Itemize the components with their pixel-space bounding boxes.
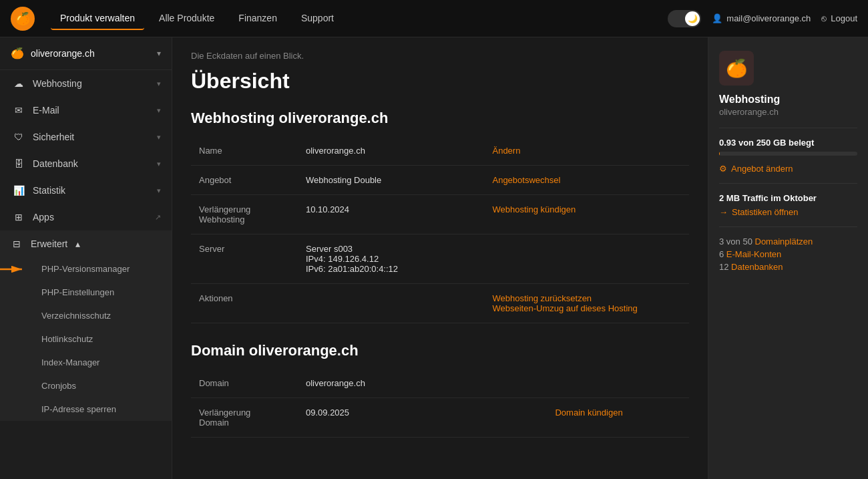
nav-links: Produkt verwalten Alle Produkte Finanzen… <box>51 7 652 30</box>
row-label: Angebot <box>191 166 298 195</box>
sidebar-subitem-index-manager[interactable]: Index-Manager <box>31 351 172 374</box>
sidebar-subitem-ip-adresse-sperren[interactable]: IP-Adresse sperren <box>31 397 172 421</box>
nav-support[interactable]: Support <box>292 7 343 30</box>
sidebar-item-erweitert[interactable]: ⊟ Erweitert ▴ <box>0 230 172 257</box>
sidebar-domain-label: oliverorange.ch <box>31 48 95 59</box>
panel-traffic-stat: 2 MB Traffic im Oktober <box>719 193 857 203</box>
arrow-right-icon: → <box>719 207 728 217</box>
sidebar-item-webhosting[interactable]: ☁ Webhosting ▾ <box>0 70 172 97</box>
panel-divider-1 <box>719 128 857 128</box>
php-versionsmanager-row: PHP-Versionsmanager <box>31 257 172 281</box>
erweitert-submenu: PHP-Versionsmanager PHP-Einstellungen Ve… <box>0 257 172 421</box>
storage-progress-fill <box>719 152 720 156</box>
row-action <box>547 369 689 398</box>
database-icon: 🗄 <box>13 158 25 169</box>
nav-alle-produkte[interactable]: Alle Produkte <box>150 7 224 30</box>
sidebar-subitem-verzeichnisschutz[interactable]: Verzeichnisschutz <box>31 304 172 327</box>
domain-section-title: Domain oliverorange.ch <box>191 342 689 359</box>
storage-progress-bar <box>719 152 857 156</box>
sidebar-logo-icon: 🍊 <box>11 47 24 60</box>
table-row: Angebot Webhosting Double Angebotswechse… <box>191 166 689 195</box>
sidebar-statistik-label: Statistik <box>33 185 149 196</box>
table-row: VerlängerungWebhosting 10.10.2024 Webhos… <box>191 195 689 234</box>
panel-statistiken-action[interactable]: → Statistiken öffnen <box>719 207 857 217</box>
row-value: 10.10.2024 <box>298 195 484 234</box>
chevron-down-icon: ▾ <box>157 79 161 88</box>
external-link-icon: ↗ <box>155 213 161 222</box>
panel-db-count: 12 Datenbanken <box>719 262 857 272</box>
sidebar-erweitert-label: Erweitert <box>31 238 67 249</box>
row-action[interactable]: Webhosting kündigen <box>484 195 689 234</box>
top-navigation: 🍊 Produkt verwalten Alle Produkte Finanz… <box>0 0 868 37</box>
panel-change-offer-action[interactable]: ⚙ Angebot ändern <box>719 164 857 174</box>
row-action[interactable]: Angebotswechsel <box>484 166 689 195</box>
user-email: 👤 mail@oliverorange.ch <box>712 13 811 23</box>
aendern-link[interactable]: Ändern <box>492 146 520 156</box>
domain-table: Domain oliverorange.ch VerlängerungDomai… <box>191 369 689 438</box>
table-row: Aktionen Webhosting zurücksetzen Webseit… <box>191 284 689 323</box>
row-action <box>484 234 689 284</box>
row-label: Domain <box>191 369 298 398</box>
umzug-link[interactable]: Webseiten-Umzug auf dieses Hosting <box>492 303 637 313</box>
sidebar-item-datenbank[interactable]: 🗄 Datenbank ▾ <box>0 150 172 177</box>
row-value: Webhosting Double <box>298 166 484 195</box>
sidebar-subitem-php-versionsmanager[interactable]: PHP-Versionsmanager <box>31 257 172 281</box>
row-action[interactable]: Ändern <box>484 136 689 166</box>
row-label: Aktionen <box>191 284 298 323</box>
row-value <box>298 284 484 323</box>
sidebar-sicherheit-label: Sicherheit <box>33 132 149 142</box>
zuruecksetzen-link[interactable]: Webhosting zurücksetzen <box>492 293 592 303</box>
logout-button[interactable]: ⎋ Logout <box>821 13 857 23</box>
row-action[interactable]: Webhosting zurücksetzen Webseiten-Umzug … <box>484 284 689 323</box>
chart-icon: 📊 <box>13 185 25 196</box>
panel-divider-2 <box>719 183 857 184</box>
email-icon: ✉ <box>13 105 25 116</box>
erweitert-icon: ⊟ <box>11 238 23 249</box>
panel-product-icon: 🍊 <box>719 51 754 86</box>
sidebar-domain-header[interactable]: 🍊 oliverorange.ch ▾ <box>0 37 172 70</box>
panel-domain-slots: 3 von 50 Domainplätzen <box>719 236 857 247</box>
sidebar-subitem-php-einstellungen[interactable]: PHP-Einstellungen <box>31 281 172 304</box>
kuendigen-link[interactable]: Webhosting kündigen <box>492 204 576 214</box>
sidebar-item-apps[interactable]: ⊞ Apps ↗ <box>0 204 172 230</box>
panel-divider-3 <box>719 226 857 227</box>
row-value: Server s003IPv4: 149.126.4.12IPv6: 2a01:… <box>298 234 484 284</box>
sidebar-item-statistik[interactable]: 📊 Statistik ▾ <box>0 177 172 204</box>
sidebar-item-email[interactable]: ✉ E-Mail ▾ <box>0 97 172 124</box>
sidebar-domain-chevron: ▾ <box>157 49 161 58</box>
panel-email-count: 6 E-Mail-Konten <box>719 249 857 259</box>
chevron-up-icon: ▴ <box>75 238 80 249</box>
main-content: Die Eckdaten auf einen Blick. Übersicht … <box>172 37 708 479</box>
domain-slots-number: 3 von 50 <box>719 236 755 247</box>
row-value: oliverorange.ch <box>298 369 547 398</box>
right-panel: 🍊 Webhosting oliverorange.ch 0.93 von 25… <box>708 37 868 479</box>
page-title: Übersicht <box>191 69 689 94</box>
email-konten-link[interactable]: E-Mail-Konten <box>726 249 781 259</box>
toggle-knob: 🌙 <box>685 11 700 26</box>
domainplaetze-link[interactable]: Domainplätzen <box>755 236 813 247</box>
table-row: Domain oliverorange.ch <box>191 369 689 398</box>
nav-produkt-verwalten[interactable]: Produkt verwalten <box>51 7 144 30</box>
sidebar-email-label: E-Mail <box>33 105 149 116</box>
logo-icon[interactable]: 🍊 <box>11 7 35 31</box>
nav-finanzen[interactable]: Finanzen <box>229 7 286 30</box>
row-value: oliverorange.ch <box>298 136 484 166</box>
dark-mode-toggle[interactable]: 🌙 <box>668 10 701 27</box>
logout-icon: ⎋ <box>821 13 827 23</box>
cloud-icon: ☁ <box>13 78 25 89</box>
user-icon: 👤 <box>712 13 722 23</box>
row-action[interactable]: Domain kündigen <box>547 398 689 438</box>
domain-kuendigen-link[interactable]: Domain kündigen <box>555 408 622 418</box>
datenbanken-link[interactable]: Datenbanken <box>731 262 783 272</box>
sidebar-subitem-hotlinkschutz[interactable]: Hotlinkschutz <box>31 327 172 351</box>
angebotswechsel-link[interactable]: Angebotswechsel <box>492 175 560 185</box>
sidebar-apps-label: Apps <box>33 212 147 222</box>
sidebar-webhosting-label: Webhosting <box>33 78 149 89</box>
sidebar-item-sicherheit[interactable]: 🛡 Sicherheit ▾ <box>0 124 172 150</box>
chevron-down-icon: ▾ <box>157 186 161 195</box>
sidebar: 🍊 oliverorange.ch ▾ ☁ Webhosting ▾ ✉ E-M… <box>0 37 172 479</box>
chevron-down-icon: ▾ <box>157 160 161 168</box>
row-value: 09.09.2025 <box>298 398 547 438</box>
sidebar-subitem-cronjobs[interactable]: Cronjobs <box>31 374 172 397</box>
row-label: VerlängerungWebhosting <box>191 195 298 234</box>
